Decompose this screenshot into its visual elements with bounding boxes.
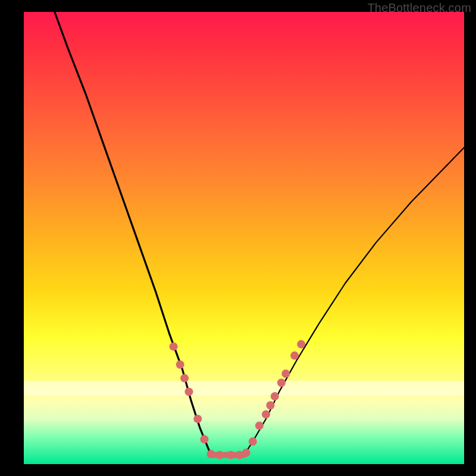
watermark-text: TheBottleneck.com [367,1,471,15]
chart-frame: TheBottleneck.com [0,0,476,476]
plot-area [24,12,464,464]
